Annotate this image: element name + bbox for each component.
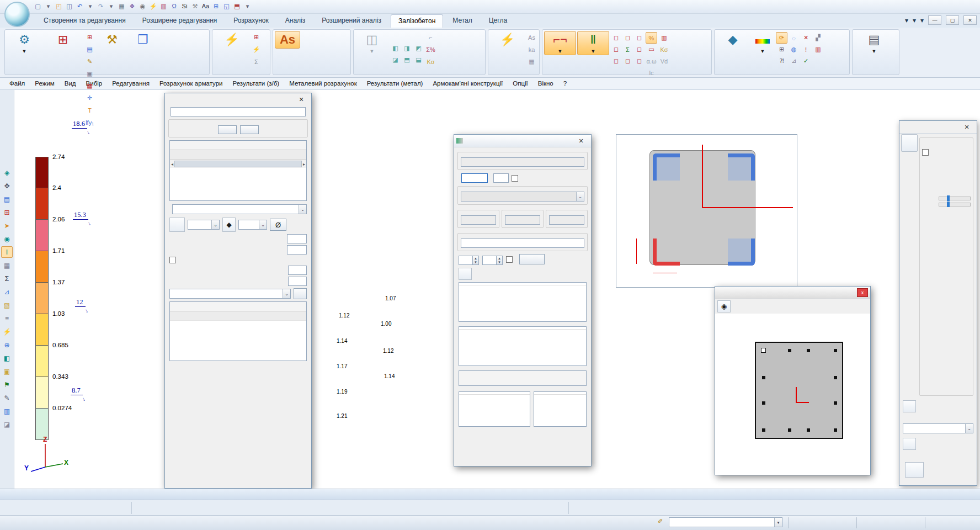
construction-small-icon[interactable]: ▤ xyxy=(84,44,95,55)
rod-small-icon[interactable]: ◻ xyxy=(633,32,645,44)
construction-small-icon[interactable]: ▣ xyxy=(84,68,95,80)
dbn-close-icon[interactable]: ✕ xyxy=(294,94,309,105)
plate-cube-icon[interactable]: ◩ xyxy=(413,43,424,54)
rebar-properties-table[interactable]: ◂▸ xyxy=(169,140,307,201)
show-button-icon[interactable] xyxy=(903,400,916,412)
remove-row-button[interactable] xyxy=(240,125,259,134)
left-tool-icon[interactable]: ▣ xyxy=(1,365,13,377)
element-number-input[interactable] xyxy=(461,173,488,183)
marked-checkbox[interactable] xyxy=(512,175,518,182)
param-sets-select[interactable]: ⌄ xyxy=(903,423,973,433)
view-tool-icon[interactable] xyxy=(135,502,147,514)
app-menu-button[interactable] xyxy=(4,2,30,27)
left-tool-icon[interactable]: ⚡ xyxy=(1,326,13,337)
menu-item[interactable]: Вікно xyxy=(533,78,558,88)
view-tool-icon[interactable] xyxy=(3,502,15,514)
menu-item[interactable]: Армокам'яні конструкції xyxy=(428,78,508,88)
qat-icon[interactable]: ▥ xyxy=(159,1,168,11)
tools-small-icon[interactable]: ◍ xyxy=(788,44,800,55)
tools-small-icon[interactable]: ✓ xyxy=(800,55,812,67)
coef2-input[interactable] xyxy=(287,245,307,255)
plate-right-icon[interactable]: Σ% xyxy=(425,44,436,55)
coef4-input[interactable] xyxy=(288,277,307,286)
left-tool-icon[interactable]: ≡ xyxy=(1,312,13,324)
show-side-tab-icon[interactable] xyxy=(901,134,918,152)
tools-small-icon[interactable]: ⊞ xyxy=(776,44,787,55)
full-reinforcement-button[interactable]: As xyxy=(275,31,300,49)
plate-cube-icon[interactable]: ⬒ xyxy=(401,54,413,66)
ribbon-tab[interactable]: Створення та редагування xyxy=(36,14,133,28)
plate-right-icon[interactable]: ⌐ xyxy=(425,31,436,43)
diameter-max-icon[interactable] xyxy=(169,218,185,232)
nmq-button[interactable] xyxy=(519,254,545,264)
tools-small-icon[interactable]: ⊿ xyxy=(788,55,800,67)
left-tool-icon[interactable]: ✥ xyxy=(1,180,13,192)
add-row-button[interactable] xyxy=(218,125,237,134)
cage-select[interactable]: ⌄ xyxy=(172,204,307,214)
rod-extra-icon[interactable]: lc xyxy=(646,67,657,78)
qat-icon[interactable]: Ω xyxy=(169,1,179,11)
menu-item[interactable]: Режим xyxy=(30,78,59,88)
rod-extra-icon[interactable]: α.ω xyxy=(646,55,657,67)
rod-small-icon[interactable]: ◻ xyxy=(610,44,622,55)
menu-item[interactable]: Розрахунок арматури xyxy=(155,78,228,88)
swap-icon[interactable] xyxy=(903,438,916,450)
variants-button[interactable]: ⚒ xyxy=(97,31,127,49)
punching-calc-button[interactable]: ⚡ xyxy=(490,31,525,49)
count-select[interactable]: ⌄ xyxy=(238,220,267,230)
punch-small-icon[interactable]: As xyxy=(526,31,537,43)
rod-extra-icon[interactable]: ▭ xyxy=(646,44,657,55)
rod-extra-icon[interactable]: Kσ xyxy=(658,44,670,55)
left-tool-icon[interactable]: ⚑ xyxy=(1,379,13,390)
qat-icon[interactable]: ▦ xyxy=(117,1,126,11)
coef3-input[interactable] xyxy=(288,266,307,275)
stiffness-button[interactable]: ⚙▾ xyxy=(7,31,42,55)
menu-item[interactable]: Результати (з/б) xyxy=(228,78,285,88)
left-tool-icon[interactable]: ▤ xyxy=(1,193,13,205)
ribbon-tab[interactable]: Розширене редагування xyxy=(135,14,225,28)
ribbon-tab[interactable]: Розрахунок xyxy=(226,14,275,28)
size-slider[interactable] xyxy=(939,194,971,209)
qat-icon[interactable]: ▢ xyxy=(33,1,42,11)
ribbon-tab[interactable]: Розширений аналіз xyxy=(315,14,388,28)
diagrams-mosaic-button[interactable]: ⌐¬▾ xyxy=(544,31,576,55)
torsion-button[interactable] xyxy=(301,56,303,67)
menu-item[interactable]: Результати (метал) xyxy=(362,78,428,88)
qat-icon[interactable]: ◱ xyxy=(222,1,231,11)
show-close-icon[interactable]: ✕ xyxy=(959,122,974,132)
calculate-button[interactable]: ⚡ xyxy=(214,31,249,49)
left-tool-icon[interactable]: ▦ xyxy=(1,259,13,271)
left-tool-icon[interactable]: ◧ xyxy=(1,352,13,364)
rod-small-icon[interactable]: ◻ xyxy=(633,44,645,55)
qat-icon[interactable]: ◫ xyxy=(65,1,74,11)
left-tool-icon[interactable]: ▥ xyxy=(1,405,13,417)
additional-button[interactable] xyxy=(301,44,303,55)
qat-icon[interactable]: ▾ xyxy=(243,1,252,11)
style-menu[interactable]: ▾ xyxy=(905,17,908,24)
rebar-close-icon[interactable]: x xyxy=(857,288,868,297)
tools-small-icon[interactable]: ▞ xyxy=(812,32,824,44)
design-option-select[interactable]: ▾ xyxy=(669,517,782,527)
plate-cube-icon[interactable]: ⬓ xyxy=(413,54,424,66)
strength-button[interactable] xyxy=(301,33,303,44)
show-grid-icon[interactable] xyxy=(905,462,924,478)
tools-small-icon[interactable]: ▥ xyxy=(812,44,824,55)
tools-small-icon[interactable]: ! xyxy=(800,44,812,55)
rod-small-icon[interactable]: ◻ xyxy=(610,55,622,67)
ribbon-tab[interactable]: Аналіз xyxy=(278,14,312,28)
left-tool-icon[interactable]: ➤ xyxy=(1,220,13,231)
window-menu[interactable]: ▾ xyxy=(913,17,916,24)
qat-icon[interactable]: ↶ xyxy=(75,1,84,11)
show-checkbox-item[interactable] xyxy=(922,149,946,156)
snapshot-camera-icon[interactable]: ◉ xyxy=(717,300,731,312)
left-tool-icon[interactable]: ◪ xyxy=(1,418,13,430)
rod-small-icon[interactable]: ◻ xyxy=(622,32,633,44)
left-tool-icon[interactable]: ⊕ xyxy=(1,339,13,351)
plate-cube-icon[interactable]: ◨ xyxy=(401,43,413,54)
add-type2-button[interactable] xyxy=(294,288,307,299)
construction-small-icon[interactable]: Т xyxy=(84,104,95,116)
qat-icon[interactable]: ▾ xyxy=(44,1,53,11)
construction-small-icon[interactable]: ▦ xyxy=(84,80,95,92)
rod-extra-icon[interactable]: % xyxy=(646,32,657,44)
left-tool-icon[interactable]: Ι xyxy=(1,246,13,258)
